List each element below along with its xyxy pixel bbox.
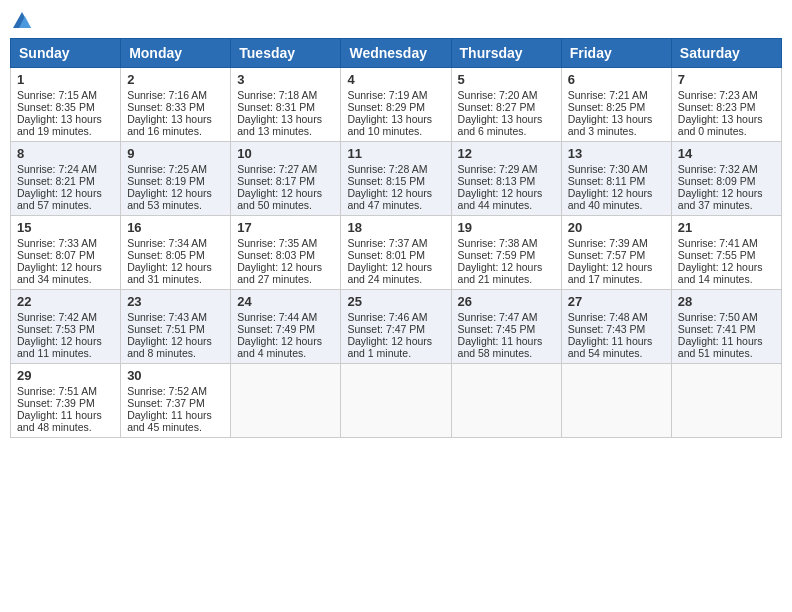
- daylight-label: Daylight: 13 hours and 13 minutes.: [237, 113, 322, 137]
- calendar-cell: 8 Sunrise: 7:24 AM Sunset: 8:21 PM Dayli…: [11, 142, 121, 216]
- calendar-header-row: SundayMondayTuesdayWednesdayThursdayFrid…: [11, 39, 782, 68]
- day-number: 22: [17, 294, 114, 309]
- daylight-label: Daylight: 12 hours and 21 minutes.: [458, 261, 543, 285]
- daylight-label: Daylight: 12 hours and 31 minutes.: [127, 261, 212, 285]
- calendar-cell: 24 Sunrise: 7:44 AM Sunset: 7:49 PM Dayl…: [231, 290, 341, 364]
- day-number: 14: [678, 146, 775, 161]
- sunrise-label: Sunrise: 7:50 AM: [678, 311, 758, 323]
- day-number: 13: [568, 146, 665, 161]
- sunrise-label: Sunrise: 7:42 AM: [17, 311, 97, 323]
- sunrise-label: Sunrise: 7:19 AM: [347, 89, 427, 101]
- weekday-header: Sunday: [11, 39, 121, 68]
- calendar-week-row: 8 Sunrise: 7:24 AM Sunset: 8:21 PM Dayli…: [11, 142, 782, 216]
- calendar-cell: 25 Sunrise: 7:46 AM Sunset: 7:47 PM Dayl…: [341, 290, 451, 364]
- sunrise-label: Sunrise: 7:41 AM: [678, 237, 758, 249]
- calendar-cell: [231, 364, 341, 438]
- sunset-label: Sunset: 8:15 PM: [347, 175, 425, 187]
- sunrise-label: Sunrise: 7:18 AM: [237, 89, 317, 101]
- daylight-label: Daylight: 12 hours and 27 minutes.: [237, 261, 322, 285]
- calendar-cell: 6 Sunrise: 7:21 AM Sunset: 8:25 PM Dayli…: [561, 68, 671, 142]
- calendar-cell: 26 Sunrise: 7:47 AM Sunset: 7:45 PM Dayl…: [451, 290, 561, 364]
- daylight-label: Daylight: 12 hours and 4 minutes.: [237, 335, 322, 359]
- sunset-label: Sunset: 8:11 PM: [568, 175, 646, 187]
- sunrise-label: Sunrise: 7:28 AM: [347, 163, 427, 175]
- daylight-label: Daylight: 12 hours and 57 minutes.: [17, 187, 102, 211]
- sunrise-label: Sunrise: 7:48 AM: [568, 311, 648, 323]
- sunset-label: Sunset: 8:31 PM: [237, 101, 315, 113]
- sunrise-label: Sunrise: 7:33 AM: [17, 237, 97, 249]
- calendar-week-row: 15 Sunrise: 7:33 AM Sunset: 8:07 PM Dayl…: [11, 216, 782, 290]
- sunset-label: Sunset: 7:59 PM: [458, 249, 536, 261]
- daylight-label: Daylight: 11 hours and 45 minutes.: [127, 409, 212, 433]
- sunrise-label: Sunrise: 7:30 AM: [568, 163, 648, 175]
- sunrise-label: Sunrise: 7:16 AM: [127, 89, 207, 101]
- sunset-label: Sunset: 7:39 PM: [17, 397, 95, 409]
- daylight-label: Daylight: 12 hours and 8 minutes.: [127, 335, 212, 359]
- logo: [10, 10, 34, 28]
- calendar-cell: 9 Sunrise: 7:25 AM Sunset: 8:19 PM Dayli…: [121, 142, 231, 216]
- sunrise-label: Sunrise: 7:37 AM: [347, 237, 427, 249]
- calendar-cell: [561, 364, 671, 438]
- daylight-label: Daylight: 12 hours and 37 minutes.: [678, 187, 763, 211]
- sunset-label: Sunset: 7:57 PM: [568, 249, 646, 261]
- calendar-cell: 3 Sunrise: 7:18 AM Sunset: 8:31 PM Dayli…: [231, 68, 341, 142]
- calendar-cell: 30 Sunrise: 7:52 AM Sunset: 7:37 PM Dayl…: [121, 364, 231, 438]
- sunset-label: Sunset: 8:21 PM: [17, 175, 95, 187]
- day-number: 21: [678, 220, 775, 235]
- sunset-label: Sunset: 8:33 PM: [127, 101, 205, 113]
- calendar-cell: 1 Sunrise: 7:15 AM Sunset: 8:35 PM Dayli…: [11, 68, 121, 142]
- sunrise-label: Sunrise: 7:35 AM: [237, 237, 317, 249]
- daylight-label: Daylight: 13 hours and 19 minutes.: [17, 113, 102, 137]
- sunset-label: Sunset: 8:03 PM: [237, 249, 315, 261]
- day-number: 15: [17, 220, 114, 235]
- sunrise-label: Sunrise: 7:47 AM: [458, 311, 538, 323]
- sunrise-label: Sunrise: 7:21 AM: [568, 89, 648, 101]
- sunset-label: Sunset: 8:25 PM: [568, 101, 646, 113]
- day-number: 7: [678, 72, 775, 87]
- day-number: 1: [17, 72, 114, 87]
- day-number: 12: [458, 146, 555, 161]
- daylight-label: Daylight: 12 hours and 11 minutes.: [17, 335, 102, 359]
- sunset-label: Sunset: 7:47 PM: [347, 323, 425, 335]
- daylight-label: Daylight: 12 hours and 24 minutes.: [347, 261, 432, 285]
- daylight-label: Daylight: 11 hours and 58 minutes.: [458, 335, 543, 359]
- daylight-label: Daylight: 11 hours and 48 minutes.: [17, 409, 102, 433]
- sunset-label: Sunset: 8:19 PM: [127, 175, 205, 187]
- day-number: 20: [568, 220, 665, 235]
- day-number: 10: [237, 146, 334, 161]
- calendar-cell: 23 Sunrise: 7:43 AM Sunset: 7:51 PM Dayl…: [121, 290, 231, 364]
- sunrise-label: Sunrise: 7:25 AM: [127, 163, 207, 175]
- day-number: 11: [347, 146, 444, 161]
- calendar-cell: 29 Sunrise: 7:51 AM Sunset: 7:39 PM Dayl…: [11, 364, 121, 438]
- sunrise-label: Sunrise: 7:38 AM: [458, 237, 538, 249]
- sunset-label: Sunset: 8:13 PM: [458, 175, 536, 187]
- day-number: 30: [127, 368, 224, 383]
- calendar-week-row: 29 Sunrise: 7:51 AM Sunset: 7:39 PM Dayl…: [11, 364, 782, 438]
- calendar-cell: 2 Sunrise: 7:16 AM Sunset: 8:33 PM Dayli…: [121, 68, 231, 142]
- day-number: 17: [237, 220, 334, 235]
- sunset-label: Sunset: 7:53 PM: [17, 323, 95, 335]
- daylight-label: Daylight: 12 hours and 47 minutes.: [347, 187, 432, 211]
- sunrise-label: Sunrise: 7:20 AM: [458, 89, 538, 101]
- sunrise-label: Sunrise: 7:46 AM: [347, 311, 427, 323]
- sunset-label: Sunset: 7:49 PM: [237, 323, 315, 335]
- sunset-label: Sunset: 8:01 PM: [347, 249, 425, 261]
- day-number: 28: [678, 294, 775, 309]
- calendar-cell: 10 Sunrise: 7:27 AM Sunset: 8:17 PM Dayl…: [231, 142, 341, 216]
- daylight-label: Daylight: 12 hours and 34 minutes.: [17, 261, 102, 285]
- day-number: 4: [347, 72, 444, 87]
- sunrise-label: Sunrise: 7:29 AM: [458, 163, 538, 175]
- sunset-label: Sunset: 7:45 PM: [458, 323, 536, 335]
- weekday-header: Saturday: [671, 39, 781, 68]
- calendar-cell: 21 Sunrise: 7:41 AM Sunset: 7:55 PM Dayl…: [671, 216, 781, 290]
- daylight-label: Daylight: 13 hours and 10 minutes.: [347, 113, 432, 137]
- day-number: 27: [568, 294, 665, 309]
- daylight-label: Daylight: 12 hours and 50 minutes.: [237, 187, 322, 211]
- calendar-cell: [451, 364, 561, 438]
- daylight-label: Daylight: 11 hours and 51 minutes.: [678, 335, 763, 359]
- sunset-label: Sunset: 7:41 PM: [678, 323, 756, 335]
- day-number: 24: [237, 294, 334, 309]
- day-number: 18: [347, 220, 444, 235]
- sunrise-label: Sunrise: 7:39 AM: [568, 237, 648, 249]
- sunset-label: Sunset: 8:29 PM: [347, 101, 425, 113]
